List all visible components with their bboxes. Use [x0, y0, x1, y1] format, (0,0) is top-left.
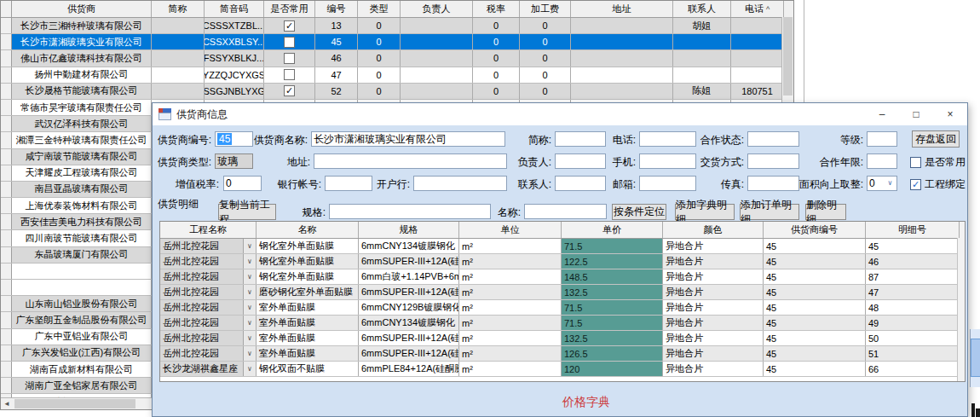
- column-header[interactable]: 供货商: [12, 1, 152, 17]
- is-common-checkbox-group[interactable]: 是否常用: [910, 155, 966, 170]
- supplier-name-input[interactable]: 长沙市潇湘玻璃实业有限公司: [311, 131, 505, 147]
- row-header[interactable]: [1, 329, 12, 345]
- scroll-left-icon[interactable]: ◄: [1, 398, 13, 409]
- column-header[interactable]: 规格: [359, 222, 459, 238]
- row-header[interactable]: [1, 100, 12, 115]
- project-combobox[interactable]: 岳州北控花园∨: [160, 269, 257, 284]
- column-header[interactable]: 是否常用: [264, 1, 315, 17]
- vat-rate-input[interactable]: 0: [223, 176, 262, 191]
- chevron-down-icon[interactable]: ∨: [244, 269, 256, 284]
- row-header[interactable]: [1, 312, 12, 327]
- add-dictionary-detail-button[interactable]: 添加字典明细: [675, 204, 735, 220]
- row-header[interactable]: [1, 50, 12, 66]
- area-round-up-combobox[interactable]: 0 ∨: [867, 176, 897, 191]
- supplier-row[interactable]: 扬州中勤建材有限公司YZZQJCYXGS47000: [1, 67, 793, 84]
- chevron-down-icon[interactable]: ∨: [244, 239, 256, 253]
- delete-detail-button[interactable]: 删除明细: [805, 204, 846, 220]
- detail-row[interactable]: 岳州北控花园∨磨砂钢化室外单面贴膜6mmSUPER-III+12A(硅...m²…: [160, 285, 965, 300]
- detail-row[interactable]: 岳州北控花园∨钢化室外单面贴膜6mmCNY134镀膜钢化m²71.5异地合片45…: [160, 239, 965, 254]
- row-header[interactable]: [1, 345, 12, 361]
- row-header[interactable]: [1, 18, 12, 33]
- column-header[interactable]: 简称: [152, 1, 205, 17]
- column-header[interactable]: 单价: [562, 222, 663, 238]
- address-input[interactable]: [314, 153, 507, 169]
- row-header[interactable]: [1, 116, 12, 131]
- column-header[interactable]: 供货商编号: [764, 222, 866, 238]
- save-return-button[interactable]: 存盘返回: [912, 130, 960, 148]
- column-header[interactable]: 联系人: [673, 1, 731, 17]
- column-header[interactable]: 简音码: [205, 1, 264, 17]
- row-header[interactable]: [1, 230, 12, 246]
- detail-row[interactable]: 岳州北控花园∨室外单面贴膜6mmSUPER-III+12A(硅...m²126.…: [160, 346, 965, 362]
- column-header[interactable]: 颜色: [663, 222, 764, 238]
- project-combobox[interactable]: 岳州北控花园∨: [160, 254, 257, 269]
- row-header[interactable]: [1, 214, 12, 229]
- row-header[interactable]: [1, 182, 12, 197]
- detail-row[interactable]: 岳州北控花园∨钢化室外单面贴膜6mmSUPER-III+12A(硅...m²12…: [160, 254, 965, 269]
- project-combobox[interactable]: 岳州北控花园∨: [160, 300, 257, 315]
- row-header[interactable]: [1, 264, 12, 279]
- coop-years-input[interactable]: [867, 153, 897, 169]
- chevron-down-icon[interactable]: ∨: [244, 316, 256, 330]
- common-checkbox[interactable]: ✓: [284, 20, 295, 32]
- minimize-button[interactable]: –: [865, 103, 899, 125]
- row-header[interactable]: [1, 165, 12, 181]
- name-filter-input[interactable]: [524, 204, 607, 219]
- column-header[interactable]: 税率: [473, 1, 520, 17]
- column-header[interactable]: 类型: [358, 1, 401, 17]
- is-common-checkbox[interactable]: [910, 157, 921, 168]
- detail-row[interactable]: 岳州北控花园∨室外单面贴膜6mmCNY129B镀膜钢化m²71.5异地合片454…: [160, 300, 965, 316]
- project-combobox[interactable]: 岳州北控花园∨: [160, 316, 257, 330]
- chevron-down-icon[interactable]: ∨: [244, 362, 256, 376]
- delivery-method-input[interactable]: [747, 153, 799, 169]
- row-header[interactable]: [1, 149, 12, 165]
- project-combobox[interactable]: 岳州北控花园∨: [160, 331, 257, 345]
- common-checkbox[interactable]: [284, 53, 295, 64]
- dialog-titlebar[interactable]: 供货商信息 – □ ×: [153, 103, 967, 126]
- supplier-row[interactable]: 长沙市三湘特种玻璃有限公司CSSSXTZBL...✓13000胡姐: [1, 18, 793, 34]
- row-header[interactable]: [1, 132, 12, 148]
- detail-row[interactable]: 长沙龙湖祺鑫星座∨钢化双面不贴膜6mmPLE84+12A(硅酮胶...m²120…: [160, 362, 965, 377]
- column-header[interactable]: 电话^: [731, 1, 784, 17]
- row-header[interactable]: [1, 84, 12, 99]
- chevron-down-icon[interactable]: ∨: [244, 346, 256, 361]
- chevron-down-icon[interactable]: ∨: [244, 300, 256, 315]
- column-header[interactable]: 编号: [315, 1, 358, 17]
- supplier-row[interactable]: 佛山市亿鑫玻璃科技有限公司FSSYXBLKJ...46000: [1, 50, 793, 67]
- detail-grid-scrollbar[interactable]: [957, 238, 965, 381]
- row-header[interactable]: [1, 362, 12, 377]
- locate-by-condition-button[interactable]: 按条件定位: [612, 204, 666, 220]
- row-header[interactable]: [1, 198, 12, 213]
- spec-filter-input[interactable]: [329, 204, 491, 219]
- copy-project-button[interactable]: 复制当前工程: [218, 204, 276, 220]
- project-combobox[interactable]: 岳州北控花园∨: [160, 285, 257, 299]
- background-scrollbar-thumb[interactable]: [971, 339, 980, 377]
- column-header[interactable]: 加工费: [520, 1, 571, 17]
- background-scrollbar[interactable]: [970, 329, 980, 387]
- supplier-type-input[interactable]: 玻璃: [215, 153, 253, 169]
- chevron-down-icon[interactable]: ∨: [244, 331, 256, 345]
- row-header[interactable]: [1, 67, 12, 83]
- column-header[interactable]: 负责人: [401, 1, 473, 17]
- vertical-scrollbar-thumb[interactable]: [783, 17, 793, 96]
- add-order-detail-button[interactable]: 添加订单明细: [740, 204, 799, 220]
- supplier-row[interactable]: 长沙市潇湘玻璃实业有限公司CSSXXBLSY...45000: [1, 34, 793, 50]
- detail-row[interactable]: 岳州北控花园∨室外单面贴膜6mmCNY134镀膜钢化m²71.5异地合片4549: [160, 316, 965, 331]
- maximize-button[interactable]: □: [899, 103, 933, 125]
- column-header[interactable]: 明细号: [866, 222, 960, 238]
- common-checkbox[interactable]: [284, 69, 295, 80]
- chevron-down-icon[interactable]: ∨: [885, 177, 896, 189]
- column-header[interactable]: 单位: [459, 222, 562, 238]
- supplier-row[interactable]: 长沙晟格节能玻璃有限公司CSSGJNBLYXGS✓52000陈姐180751: [1, 84, 793, 100]
- horizontal-scrollbar-thumb[interactable]: [14, 399, 135, 408]
- detail-row[interactable]: 岳州北控花园∨钢化室外单面贴膜6mm白玻+1.14PVB+6mm...m²148…: [160, 269, 965, 285]
- supplier-no-input[interactable]: 45: [215, 131, 253, 147]
- row-header[interactable]: [1, 247, 12, 263]
- coop-status-input[interactable]: [747, 131, 799, 147]
- project-combobox[interactable]: 岳州北控花园∨: [160, 239, 257, 253]
- row-header[interactable]: [1, 280, 12, 295]
- row-header[interactable]: [1, 34, 12, 49]
- common-checkbox[interactable]: ✓: [284, 85, 295, 96]
- column-header[interactable]: 地址: [571, 1, 673, 17]
- project-binding-checkbox-group[interactable]: ✓ 工程绑定: [910, 177, 966, 192]
